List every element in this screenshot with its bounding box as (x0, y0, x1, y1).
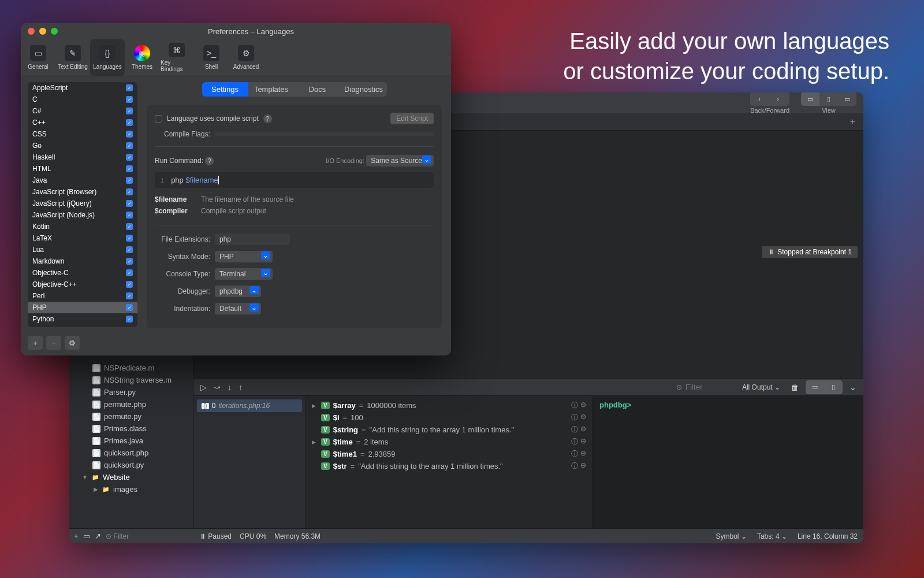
clear-button[interactable]: 🗑 (791, 383, 799, 392)
variable-row[interactable]: V$i = 100ⓘ⊖ (312, 412, 586, 424)
prefs-tab-shell[interactable]: >_Shell (194, 39, 229, 76)
view-split-h-button[interactable]: ▯ (819, 92, 838, 106)
symbol-select[interactable]: Symbol ⌄ (716, 532, 747, 540)
continue-button[interactable]: ▷ (200, 383, 207, 392)
language-item[interactable]: JavaScript (Browser)✓ (28, 186, 137, 198)
lang-tab-diagnostics[interactable]: Diagnostics (341, 82, 387, 97)
more-button[interactable]: ⌄ (850, 383, 856, 392)
file-tree-item[interactable]: 📄permute.php (69, 398, 193, 410)
new-tab-button[interactable]: + (842, 117, 863, 127)
forward-button[interactable]: › (769, 92, 787, 106)
prefs-tab-text-editing[interactable]: ✎Text Editing (55, 39, 90, 76)
language-item[interactable]: Go✓ (28, 140, 137, 151)
prefs-tab-themes[interactable]: ◉Themes (125, 39, 159, 76)
filter-icon: ⊙ (676, 383, 682, 391)
view-single-button[interactable]: ▭ (801, 92, 819, 106)
add-file-button[interactable]: + (74, 532, 79, 540)
output-select[interactable]: All Output ⌄ (739, 383, 784, 391)
debugger-select[interactable]: phpdbg (215, 286, 261, 297)
tabs-select[interactable]: Tabs: 4 ⌄ (757, 532, 787, 540)
language-item[interactable]: CSS✓ (28, 128, 137, 140)
language-item[interactable]: Objective-C✓ (28, 267, 137, 279)
file-tree-item[interactable]: 📄NSPredicate.m (69, 362, 193, 374)
view-group: ▭ ▯ ▭ View (801, 92, 856, 114)
view-split-v-button[interactable]: ▭ (838, 92, 856, 106)
io-encoding-select[interactable]: Same as Source (366, 155, 434, 166)
language-item[interactable]: Ruby✓ (28, 325, 137, 327)
prefs-tab-advanced[interactable]: ⚙Advanced (229, 39, 263, 76)
folder-item[interactable]: ▶📁images (69, 483, 193, 495)
file-tree-item[interactable]: 📄Primes.class (69, 423, 193, 435)
language-settings-panel: Language uses compile script ? Edit Scri… (147, 105, 442, 328)
nav-group: ‹ › Back/Forward (750, 92, 789, 114)
back-button[interactable]: ‹ (750, 92, 769, 106)
debug-toolbar: ▷ ⤻ ↓ ↑ ⊙ All Output ⌄ 🗑 ▭ ▯ ⌄ (193, 378, 863, 395)
file-filter-input[interactable]: Filter (114, 532, 129, 540)
language-item[interactable]: C✓ (28, 94, 137, 105)
lang-tab-templates[interactable]: Templates (248, 82, 295, 97)
syntax-mode-select[interactable]: PHP (215, 251, 273, 262)
language-item[interactable]: PHP✓ (28, 302, 137, 313)
pause-indicator[interactable]: ⏸ Paused (199, 532, 232, 540)
language-item[interactable]: HTML✓ (28, 163, 137, 175)
panel-layout-1[interactable]: ▭ (806, 380, 824, 394)
variable-row[interactable]: V$string = "Add this string to the array… (312, 424, 586, 436)
debug-console[interactable]: phpdbg> (592, 396, 863, 528)
language-item[interactable]: AppleScript✓ (28, 82, 137, 94)
variable-row[interactable]: V$str = "Add this string to the array 1 … (312, 460, 586, 472)
variable-row[interactable]: ▶V$time = 2 itemsⓘ⊖ (312, 436, 586, 448)
step-into-button[interactable]: ↓ (228, 383, 232, 392)
help-icon[interactable]: ? (205, 157, 214, 165)
language-item[interactable]: C#✓ (28, 105, 137, 117)
language-item[interactable]: LaTeX✓ (28, 232, 137, 244)
help-icon[interactable]: ? (263, 114, 272, 123)
lang-tab-docs[interactable]: Docs (295, 82, 341, 97)
file-extensions-input[interactable]: php (215, 234, 290, 245)
language-item[interactable]: JavaScript (Node.js)✓ (28, 209, 137, 221)
language-item[interactable]: Haskell✓ (28, 151, 137, 163)
language-item[interactable]: Java✓ (28, 175, 137, 186)
lang-tab-settings[interactable]: Settings (202, 82, 248, 97)
debug-filter-input[interactable] (685, 383, 732, 391)
new-folder-button[interactable]: ▭ (83, 532, 90, 540)
file-tree-item[interactable]: 📄quicksort.php (69, 447, 193, 459)
language-item[interactable]: Markdown✓ (28, 255, 137, 267)
panel-layout-2[interactable]: ▯ (824, 380, 843, 394)
file-tree-item[interactable]: 📄permute.py (69, 410, 193, 423)
prefs-tab-general[interactable]: ▭General (21, 39, 55, 76)
prefs-tab-key-bindings[interactable]: ⌘Key Bindings (159, 39, 194, 76)
variable-row[interactable]: V$time1 = 2.93859ⓘ⊖ (312, 448, 586, 460)
language-item[interactable]: Objective-C++✓ (28, 279, 137, 290)
file-tree-footer: + ▭ ↗ ⊙Filter (69, 528, 193, 543)
language-item[interactable]: Lua✓ (28, 244, 137, 255)
language-item[interactable]: Kotlin✓ (28, 221, 137, 232)
file-tree-item[interactable]: 📄NSString traverse.m (69, 374, 193, 386)
run-command-editor[interactable]: 1php $filename (155, 172, 434, 188)
file-tree-item[interactable]: 📄Primes.java (69, 435, 193, 447)
file-tree-item[interactable]: 📄Parser.py (69, 386, 193, 398)
console-type-select[interactable]: Terminal (215, 268, 273, 280)
file-tree-item[interactable]: 📄quicksort.py (69, 459, 193, 471)
step-over-button[interactable]: ⤻ (214, 383, 221, 392)
language-settings-button[interactable]: ⚙ (65, 336, 80, 350)
language-item[interactable]: Perl✓ (28, 290, 137, 302)
language-item[interactable]: JavaScript (jQuery)✓ (28, 198, 137, 209)
edit-script-button[interactable]: Edit Script (390, 113, 434, 124)
language-item[interactable]: C++✓ (28, 117, 137, 128)
zoom-button[interactable] (51, 28, 58, 35)
compile-script-checkbox[interactable] (155, 115, 162, 123)
open-button[interactable]: ↗ (95, 532, 101, 540)
add-language-button[interactable]: + (28, 336, 43, 350)
compile-flags-input[interactable] (215, 132, 434, 136)
indentation-select[interactable]: Default (215, 303, 261, 314)
minimize-button[interactable] (39, 28, 46, 35)
prefs-toolbar: ▭General✎Text Editing{}Languages◉Themes⌘… (21, 39, 451, 76)
step-out-button[interactable]: ↑ (239, 383, 243, 392)
stack-frame[interactable]: {} 0 iterations.php:16 (197, 399, 302, 412)
remove-language-button[interactable]: − (46, 336, 61, 350)
prefs-tab-languages[interactable]: {}Languages (90, 39, 125, 76)
language-item[interactable]: Python✓ (28, 313, 137, 325)
close-button[interactable] (28, 28, 35, 35)
variable-row[interactable]: ▶V$array = 1000000 itemsⓘ⊖ (312, 399, 586, 412)
folder-item[interactable]: ▼📁Website (69, 471, 193, 483)
